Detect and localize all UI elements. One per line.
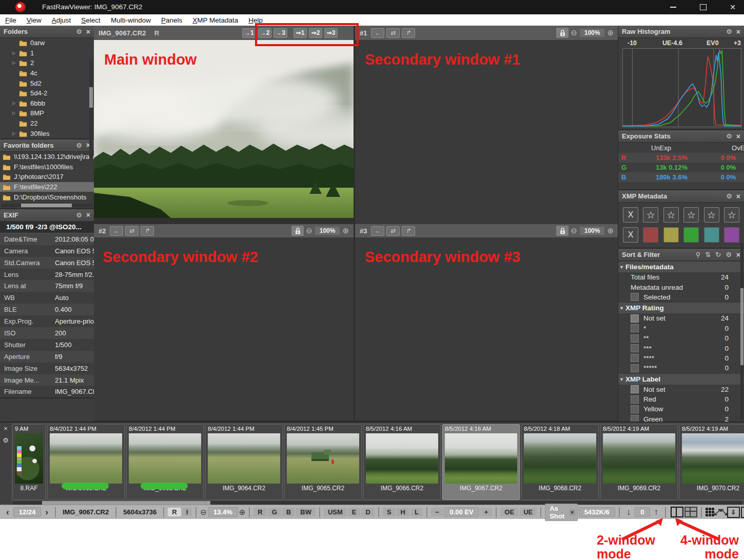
grid-view-button[interactable] [706, 508, 714, 516]
menu-panels[interactable]: Panels [156, 16, 187, 24]
channel-g-button[interactable]: G [268, 508, 281, 516]
favorite-folder-item[interactable]: F:\testfiles\1000files [0, 162, 94, 172]
favorites-scrollbar[interactable] [1, 204, 93, 207]
filter-section-header[interactable]: ▾Files/metadata [618, 261, 744, 272]
checkbox[interactable] [631, 395, 639, 404]
channel-b-button[interactable]: B [282, 508, 295, 516]
toggle-d-button[interactable]: D [361, 508, 374, 516]
favorite-folder-item[interactable]: J:\photoarc\2017 [0, 172, 94, 182]
ev-value-field[interactable]: 0.00 EV [444, 507, 479, 517]
close-icon[interactable]: × [736, 192, 740, 201]
color-label-button-1[interactable] [663, 227, 679, 243]
favorite-folder-item[interactable]: D:\Dropbox\Screenshots [0, 192, 94, 202]
menu-adjust[interactable]: Adjust [47, 16, 76, 24]
lock-zoom-button[interactable] [291, 226, 304, 236]
menu-xmp-metadata[interactable]: XMP Metadata [187, 16, 243, 24]
checkbox[interactable] [631, 324, 639, 332]
folder-item-4c[interactable]: 4c [0, 68, 94, 78]
zoom-level-field[interactable]: 100% [579, 226, 605, 235]
zoom-percent-field[interactable]: 13.4% [208, 507, 238, 517]
thumbnail-IMG_9067.CR2[interactable]: 8/5/2012 4:16 AMIMG_9067.CR2 [442, 424, 520, 500]
rating-star-button-5[interactable]: ☆ [724, 207, 739, 223]
prev-file-button[interactable]: ‹ [3, 507, 12, 517]
close-icon[interactable]: × [86, 28, 90, 36]
menu-select[interactable]: Select [76, 16, 106, 24]
next-file-button[interactable]: › [42, 507, 51, 517]
zoom-in-icon[interactable]: ⊕ [342, 226, 349, 235]
color-label-button-3[interactable] [704, 227, 719, 243]
window-nav-button-0[interactable]: ← [371, 28, 384, 38]
zoom-level-field[interactable]: 100% [315, 226, 341, 235]
toggle-l-button[interactable]: L [410, 508, 423, 516]
folder-item-8MP[interactable]: ▷8MP [0, 108, 94, 118]
thumbnail-IMG.9063.CR2[interactable]: 8/4/2012 1:44 PMIMG.9063.CR2 [47, 424, 125, 500]
close-icon[interactable]: × [736, 251, 740, 259]
checkbox[interactable] [631, 314, 639, 323]
expander-icon[interactable]: ▷ [12, 131, 19, 136]
clear-rating-button[interactable]: X [623, 207, 638, 223]
filter-row[interactable]: Selected0 [618, 292, 744, 302]
fullscreen-button[interactable]: ⤢⤡ [715, 508, 726, 517]
thumbnail-IMG_9070.CR2[interactable]: 8/5/2012 4:19 AMIMG_9070.CR2 [679, 424, 744, 500]
window-nav-button-2[interactable]: ↱ [141, 226, 154, 236]
toggle-oe-button[interactable]: OE [500, 508, 518, 516]
folder-item-6bbb[interactable]: ▷6bbb [0, 98, 94, 109]
filter-section-header[interactable]: ▾XMP Label [618, 373, 744, 385]
gear-icon[interactable]: ⚙ [3, 436, 9, 444]
menu-file[interactable]: File [0, 16, 22, 24]
zoom-out-button[interactable]: ⊖ [200, 508, 207, 517]
clear-label-button[interactable]: X [623, 227, 638, 243]
checkbox[interactable] [631, 405, 639, 413]
window-nav-button-1[interactable]: ⇄ [386, 28, 400, 38]
raw-toggle-button[interactable]: R [168, 508, 181, 516]
window-nav-button-2[interactable]: ↱ [402, 226, 415, 236]
zoom-level-field[interactable]: 100% [579, 28, 605, 37]
menu-view[interactable]: View [22, 16, 47, 24]
filter-row[interactable]: *0 [618, 324, 744, 333]
close-icon[interactable]: × [736, 132, 740, 141]
filter-row[interactable]: Not set24 [618, 313, 744, 323]
folders-scrollbar[interactable] [89, 59, 93, 160]
toggle-s-button[interactable]: S [383, 508, 396, 516]
gear-icon[interactable]: ⚙ [76, 142, 82, 149]
checkbox[interactable] [631, 293, 639, 301]
channel-r-button[interactable]: R [253, 508, 266, 516]
window-nav-button-0[interactable]: ← [371, 226, 384, 236]
gear-icon[interactable]: ⚙ [726, 132, 732, 140]
zoom-out-icon[interactable]: ⊖ [571, 226, 577, 235]
thumbnail-IMG_9069.CR2[interactable]: 8/5/2012 4:19 AMIMG_9069.CR2 [600, 424, 678, 500]
rating-star-button-1[interactable]: ☆ [643, 207, 658, 223]
file-search-icon[interactable]: ⚲ [696, 251, 701, 258]
checkbox[interactable] [631, 364, 639, 372]
gear-icon[interactable]: ⚙ [726, 28, 732, 35]
filter-section-header[interactable]: ▾XMP Rating [618, 302, 744, 313]
filter-row[interactable]: Red0 [618, 394, 744, 404]
window-nav-button-1[interactable]: ⇄ [125, 226, 139, 236]
close-icon[interactable]: × [86, 211, 90, 219]
checkbox[interactable] [631, 385, 639, 393]
zoom-in-icon[interactable]: ⊕ [607, 28, 614, 37]
folder-item-1[interactable]: ▷1 [0, 48, 94, 58]
gear-icon[interactable]: ⚙ [726, 251, 732, 258]
close-icon[interactable]: × [4, 425, 8, 432]
thumbnail-8.RAF[interactable]: 9 AM8.RAF [12, 424, 46, 500]
sort-icon[interactable]: ⇅ [705, 251, 711, 258]
ev-plus-button[interactable]: + [480, 508, 493, 516]
window-nav-button-0[interactable]: ← [110, 226, 123, 236]
filter-row[interactable]: Yellow0 [618, 404, 744, 414]
thumbnail-IMG_9068.CR2[interactable]: 8/5/2012 4:18 AMIMG_9068.CR2 [521, 424, 599, 500]
lock-zoom-button[interactable] [556, 28, 569, 38]
menu-multi-window[interactable]: Multi-window [106, 16, 156, 24]
filter-row[interactable]: *****0 [618, 363, 744, 373]
gear-icon[interactable]: ⚙ [76, 211, 82, 219]
favorite-folder-item[interactable]: F:\testfiles\222 [0, 182, 94, 192]
gear-icon[interactable]: ⚙ [726, 192, 732, 200]
close-icon[interactable]: × [736, 28, 740, 36]
close-button[interactable]: ✕ [727, 2, 739, 12]
file-counter-field[interactable]: 12/24 [13, 507, 42, 517]
expander-icon[interactable]: ▷ [12, 51, 19, 55]
folder-item-2[interactable]: ▷2 [0, 58, 94, 68]
checkbox[interactable] [631, 354, 639, 362]
toggle-usm-button[interactable]: USM [324, 508, 347, 516]
sortfilter-scrollbar[interactable] [740, 243, 743, 419]
